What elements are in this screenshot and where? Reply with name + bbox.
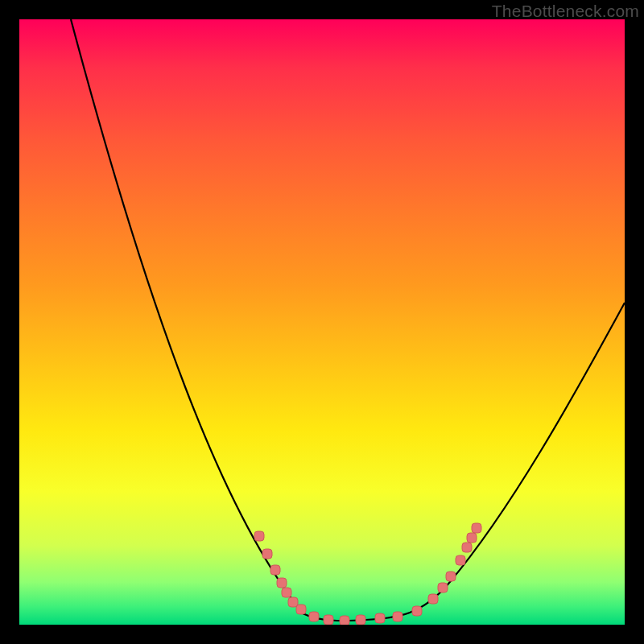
curve-marker (282, 588, 291, 597)
curve-marker (296, 605, 306, 614)
curve-markers (254, 523, 481, 625)
curve-marker (288, 597, 298, 607)
bottleneck-curve-svg (19, 19, 625, 625)
curve-marker (324, 615, 333, 625)
curve-marker (270, 565, 280, 575)
curve-marker (472, 523, 481, 533)
bottleneck-curve-right-path (365, 303, 625, 620)
curve-marker (428, 594, 438, 604)
curve-marker (467, 533, 477, 543)
curve-marker (462, 543, 472, 552)
bottleneck-curve-left-path (71, 19, 365, 621)
curve-marker (446, 572, 456, 581)
curve-marker (309, 612, 319, 621)
curve-marker (393, 612, 402, 621)
curve-marker (254, 531, 264, 541)
curve-marker (277, 578, 287, 588)
curve-marker (340, 616, 349, 625)
chart-frame (19, 19, 625, 625)
curve-marker (412, 606, 422, 616)
curve-marker (456, 555, 465, 565)
curve-marker (262, 549, 272, 559)
watermark-text: TheBottleneck.com (492, 2, 639, 21)
curve-marker (356, 615, 365, 625)
curve-marker (438, 583, 448, 592)
curve-marker (375, 613, 385, 623)
